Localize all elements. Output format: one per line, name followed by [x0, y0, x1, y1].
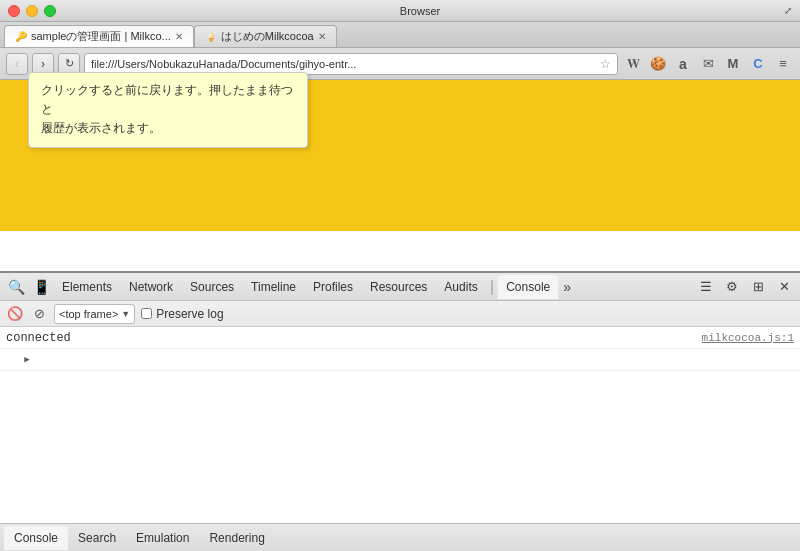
- tab-audits-label: Audits: [444, 280, 477, 294]
- close-button[interactable]: [8, 5, 20, 17]
- tab-sources-label: Sources: [190, 280, 234, 294]
- preserve-log-checkbox[interactable]: [141, 308, 152, 319]
- tab-resources-label: Resources: [370, 280, 427, 294]
- devtools-close-icon[interactable]: ✕: [772, 275, 796, 299]
- browser-tab-2[interactable]: 🍦 はじめのMilkcocoa ✕: [194, 25, 337, 47]
- devtools-tab-sources[interactable]: Sources: [182, 275, 242, 299]
- window-title: Browser: [56, 5, 784, 17]
- tab1-title: sampleの管理画面 | Milkco...: [31, 29, 171, 44]
- tooltip-text: クリックすると前に戻ります。押したまま待つと履歴が表示されます。: [41, 83, 293, 135]
- tab1-favicon: 🔑: [15, 31, 27, 42]
- devtools-list-icon[interactable]: ☰: [694, 275, 718, 299]
- frame-selector[interactable]: <top frame> ▼: [54, 304, 135, 324]
- tab-bar: 🔑 sampleの管理画面 | Milkco... ✕ 🍦 はじめのMilkco…: [0, 22, 800, 48]
- devtools-tab-console[interactable]: Console: [498, 275, 558, 299]
- tab-console-label: Console: [506, 280, 550, 294]
- title-bar: Browser ⤢: [0, 0, 800, 22]
- bottom-tab-rendering[interactable]: Rendering: [199, 526, 274, 550]
- browser-toolbar-icons: 𝐖 🍪 a ✉ M C ≡: [622, 53, 794, 75]
- bookmark-icon[interactable]: ☆: [600, 57, 611, 71]
- bottom-tabs: Console Search Emulation Rendering: [0, 523, 800, 551]
- toolbar-icon-mail[interactable]: ✉: [697, 53, 719, 75]
- devtools-toolbar-right: ☰ ⚙ ⊞ ✕: [694, 275, 796, 299]
- devtools-dock-icon[interactable]: ⊞: [746, 275, 770, 299]
- frame-selector-text: <top frame>: [59, 308, 118, 320]
- console-filter-bar: 🚫 ⊘ <top frame> ▼ Preserve log: [0, 301, 800, 327]
- console-row-1: connected milkcocoa.js:1: [0, 327, 800, 349]
- bottom-tab-search-label: Search: [78, 531, 116, 545]
- console-expand-row: ▶: [0, 349, 800, 371]
- browser-tab-1[interactable]: 🔑 sampleの管理画面 | Milkco... ✕: [4, 25, 194, 47]
- tab2-favicon: 🍦: [205, 31, 217, 42]
- devtools-tab-network[interactable]: Network: [121, 275, 181, 299]
- bottom-tab-search[interactable]: Search: [68, 526, 126, 550]
- console-content: connected milkcocoa.js:1 ▶: [0, 327, 800, 523]
- tooltip-popup: クリックすると前に戻ります。押したまま待つと履歴が表示されます。: [28, 72, 308, 148]
- tab2-close[interactable]: ✕: [318, 31, 326, 42]
- tab-timeline-label: Timeline: [251, 280, 296, 294]
- devtools-panel: 🔍 📱 Elements Network Sources Timeline Pr…: [0, 271, 800, 551]
- tab-elements-label: Elements: [62, 280, 112, 294]
- traffic-lights: [8, 5, 56, 17]
- devtools-tab-profiles[interactable]: Profiles: [305, 275, 361, 299]
- bottom-tab-emulation-label: Emulation: [136, 531, 189, 545]
- devtools-toolbar: 🔍 📱 Elements Network Sources Timeline Pr…: [0, 273, 800, 301]
- bottom-tab-rendering-label: Rendering: [209, 531, 264, 545]
- frame-dropdown-icon: ▼: [121, 309, 130, 319]
- expand-icon[interactable]: ▶: [20, 353, 34, 367]
- preserve-log-label[interactable]: Preserve log: [141, 307, 223, 321]
- devtools-tab-resources[interactable]: Resources: [362, 275, 435, 299]
- back-icon: ‹: [15, 57, 19, 71]
- devtools-inspect-icon[interactable]: 🔍: [4, 275, 28, 299]
- toolbar-icon-c[interactable]: C: [747, 53, 769, 75]
- console-clear-button[interactable]: 🚫: [6, 305, 24, 323]
- tab-profiles-label: Profiles: [313, 280, 353, 294]
- toolbar-icon-w[interactable]: 𝐖: [622, 53, 644, 75]
- preserve-log-text: Preserve log: [156, 307, 223, 321]
- devtools-tab-audits[interactable]: Audits: [436, 275, 485, 299]
- tab-separator: |: [487, 278, 497, 296]
- tab2-title: はじめのMilkcocoa: [221, 29, 314, 44]
- window-fullscreen-button[interactable]: ⤢: [784, 5, 792, 16]
- toolbar-icon-cookie[interactable]: 🍪: [647, 53, 669, 75]
- tab-network-label: Network: [129, 280, 173, 294]
- console-message-1: connected: [6, 331, 702, 345]
- toolbar-icon-menu[interactable]: ≡: [772, 53, 794, 75]
- url-text: file:///Users/NobukazuHanada/Documents/g…: [91, 58, 596, 70]
- maximize-button[interactable]: [44, 5, 56, 17]
- devtools-more-button[interactable]: »: [559, 279, 575, 295]
- devtools-mobile-icon[interactable]: 📱: [29, 275, 53, 299]
- minimize-button[interactable]: [26, 5, 38, 17]
- console-source-1[interactable]: milkcocoa.js:1: [702, 332, 794, 344]
- bottom-tab-emulation[interactable]: Emulation: [126, 526, 199, 550]
- devtools-settings-icon[interactable]: ⚙: [720, 275, 744, 299]
- tab1-close[interactable]: ✕: [175, 31, 183, 42]
- reload-icon: ↻: [65, 57, 74, 70]
- forward-icon: ›: [41, 57, 45, 71]
- toolbar-icon-m[interactable]: M: [722, 53, 744, 75]
- toolbar-icon-amazon[interactable]: a: [672, 53, 694, 75]
- devtools-tab-timeline[interactable]: Timeline: [243, 275, 304, 299]
- devtools-tab-elements[interactable]: Elements: [54, 275, 120, 299]
- bottom-tab-console-label: Console: [14, 531, 58, 545]
- console-filter-button[interactable]: ⊘: [30, 305, 48, 323]
- bottom-tab-console[interactable]: Console: [4, 526, 68, 550]
- back-button[interactable]: ‹: [6, 53, 28, 75]
